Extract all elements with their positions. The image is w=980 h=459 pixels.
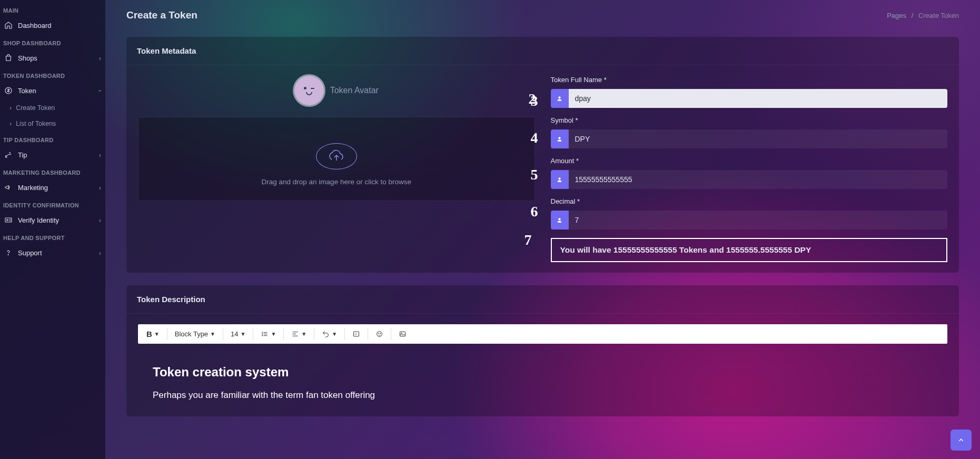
sidebar-subitem-list-tokens[interactable]: › List of Tokens [0, 116, 105, 132]
token-avatar-image [294, 76, 324, 105]
separator [223, 328, 223, 340]
sidebar: MAIN Dashboard SHOP DASHBOARD Shops › TO… [0, 0, 105, 459]
svg-rect-1 [5, 218, 12, 222]
sidebar-item-label: Marketing [18, 184, 48, 192]
dropzone-text: Drag and drop an image here or click to … [262, 178, 411, 186]
sidebar-item-shops[interactable]: Shops › [0, 48, 105, 67]
separator [368, 328, 368, 340]
sidebar-section-tip: TIP DASHBOARD [0, 132, 105, 145]
undo-button[interactable]: ▼ [319, 328, 340, 340]
sidebar-section-main: MAIN [0, 2, 105, 16]
blocktype-select[interactable]: Block Type▼ [172, 328, 219, 340]
input-decimal[interactable] [569, 211, 948, 230]
label-token-name: Token Full Name * [551, 76, 948, 84]
scroll-to-top-button[interactable] [951, 430, 972, 451]
input-amount[interactable] [569, 170, 948, 189]
annotation-3: 3 [531, 93, 538, 109]
svg-point-4 [262, 332, 263, 333]
dollar-icon [4, 86, 13, 95]
sidebar-subitem-label: List of Tokens [16, 120, 56, 127]
separator [253, 328, 253, 340]
user-icon [551, 89, 569, 108]
annotation-7: 7 [524, 232, 532, 248]
separator [344, 328, 345, 340]
token-description-card: Token Description B▼ Block Type▼ 14▼ ▼ ▼… [126, 285, 959, 416]
svg-point-5 [262, 334, 263, 334]
sidebar-item-verify-identity[interactable]: Verify Identity › [0, 211, 105, 230]
token-summary: You will have 15555555555555 Tokens and … [551, 238, 948, 262]
sidebar-item-label: Shops [18, 54, 37, 62]
fontsize-select[interactable]: 14▼ [227, 328, 249, 340]
annotation-6: 6 [531, 203, 538, 220]
token-metadata-card: Token Metadata Token Avatar 2 [126, 37, 959, 273]
user-icon [551, 129, 569, 148]
sidebar-section-identity: IDENTITY CONFIRMATION [0, 197, 105, 211]
label-symbol: Symbol * [551, 116, 948, 124]
label-decimal: Decimal * [551, 197, 948, 205]
label-amount: Amount * [551, 157, 948, 165]
card-header: Token Metadata [126, 37, 959, 65]
svg-point-8 [377, 332, 382, 337]
sidebar-item-tip[interactable]: Tip › [0, 145, 105, 164]
field-decimal: Decimal * [551, 197, 948, 230]
separator [283, 328, 284, 340]
align-button[interactable]: ▼ [288, 328, 310, 340]
chevron-right-icon: › [99, 54, 101, 62]
editor-toolbar: B▼ Block Type▼ 14▼ ▼ ▼ ▼ [138, 324, 947, 344]
chevron-right-icon: › [99, 249, 101, 257]
sidebar-subitem-create-token[interactable]: › Create Token [0, 100, 105, 116]
field-amount: Amount * [551, 157, 948, 189]
sidebar-item-label: Tip [18, 151, 27, 159]
sidebar-item-dashboard[interactable]: Dashboard [0, 16, 105, 35]
sidebar-subitem-label: Create Token [16, 104, 55, 112]
megaphone-icon [4, 183, 13, 192]
sidebar-section-shop: SHOP DASHBOARD [0, 35, 105, 48]
bullet-icon: › [9, 120, 12, 127]
description-paragraph: Perhaps you are familiar with the term f… [153, 390, 933, 401]
embed-button[interactable] [349, 328, 363, 340]
sidebar-item-support[interactable]: Support › [0, 243, 105, 262]
field-token-name: Token Full Name * [551, 76, 948, 108]
home-icon [4, 21, 13, 29]
question-icon [4, 248, 13, 257]
separator [167, 328, 167, 340]
sidebar-section-support: HELP AND SUPPORT [0, 230, 105, 243]
user-icon [551, 211, 569, 230]
sidebar-item-label: Token [18, 87, 36, 95]
sidebar-item-label: Dashboard [18, 22, 52, 29]
svg-point-2 [7, 219, 8, 221]
sidebar-section-token: TOKEN DASHBOARD [0, 67, 105, 81]
input-token-name[interactable] [569, 89, 948, 108]
bold-button[interactable]: B▼ [143, 327, 163, 341]
svg-point-3 [8, 254, 8, 255]
tip-icon [4, 151, 13, 159]
idcard-icon [4, 216, 13, 224]
token-avatar-label: Token Avatar [330, 86, 379, 95]
page-header: Create a Token Pages / Create Token [126, 0, 959, 37]
svg-point-10 [380, 333, 381, 334]
separator [391, 328, 391, 340]
sidebar-item-token[interactable]: Token › [0, 81, 105, 100]
svg-rect-11 [400, 332, 405, 336]
list-button[interactable]: ▼ [258, 328, 279, 340]
editor-content[interactable]: Token creation system Perhaps you are fa… [138, 344, 947, 406]
image-button[interactable] [395, 328, 410, 340]
svg-point-6 [262, 335, 263, 336]
chevron-right-icon: › [99, 184, 101, 192]
breadcrumb-current: Create Token [918, 12, 959, 19]
card-header: Token Description [126, 285, 959, 314]
breadcrumb: Pages / Create Token [887, 12, 959, 19]
sidebar-item-label: Verify Identity [18, 216, 59, 224]
user-icon [551, 170, 569, 189]
input-symbol[interactable] [569, 129, 948, 148]
annotation-5: 5 [531, 166, 538, 183]
emoji-button[interactable] [372, 328, 387, 340]
description-heading: Token creation system [153, 365, 933, 380]
breadcrumb-root[interactable]: Pages [887, 12, 906, 19]
sidebar-item-marketing[interactable]: Marketing › [0, 178, 105, 197]
image-dropzone[interactable]: Drag and drop an image here or click to … [138, 117, 535, 201]
page-title: Create a Token [126, 9, 197, 21]
main-content: Create a Token Pages / Create Token Toke… [105, 0, 980, 459]
annotation-4: 4 [531, 129, 538, 146]
separator [314, 328, 314, 340]
